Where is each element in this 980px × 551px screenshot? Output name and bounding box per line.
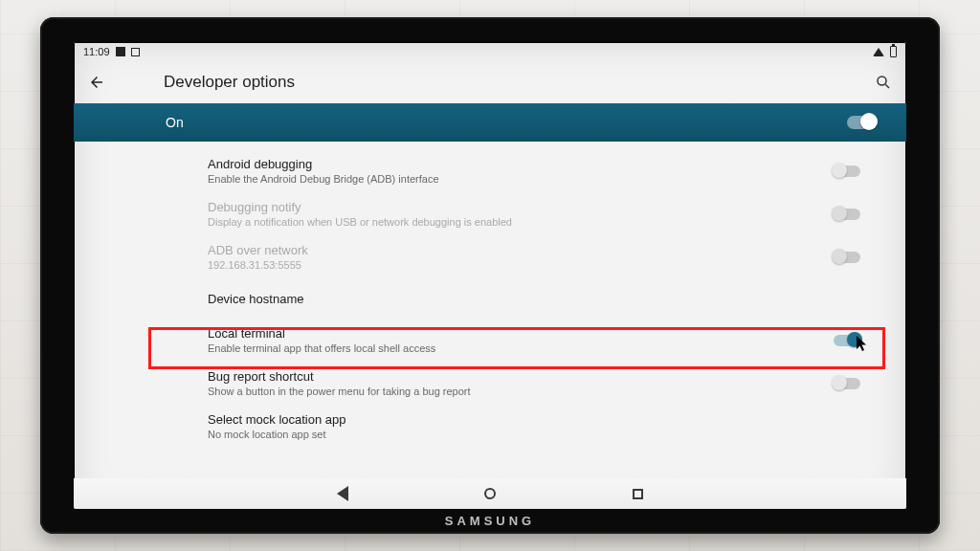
page-title: Developer options [164,73,295,92]
row-title: Local terminal [208,326,834,341]
nav-home-button[interactable] [483,487,497,500]
row-debugging-notify: Debugging notify Display a notification … [74,192,906,235]
row-title: Select mock location app [208,412,860,427]
master-toggle-row[interactable]: On [74,103,906,142]
navigation-bar [74,478,906,509]
row-select-mock-location[interactable]: Select mock location app No mock locatio… [74,405,906,448]
triangle-back-icon [337,486,348,501]
battery-icon [890,46,897,57]
status-icon-alarm [116,47,125,56]
nav-back-button[interactable] [336,487,349,500]
row-subtitle: Show a button in the power menu for taki… [208,386,834,397]
row-subtitle: Enable the Android Debug Bridge (ADB) in… [208,173,834,185]
arrow-left-icon [88,74,105,91]
row-adb-over-network: ADB over network 192.168.31.53:5555 [74,235,906,278]
square-recent-icon [633,489,643,499]
app-bar: Developer options [74,61,906,103]
circle-home-icon [484,488,496,499]
status-bar: 11:09 [74,42,906,61]
row-subtitle: Enable terminal app that offers local sh… [208,342,834,354]
row-title: Device hostname [208,292,860,306]
row-title: Android debugging [208,157,834,171]
svg-line-1 [885,84,889,88]
tv-bezel: 11:09 Developer options [40,17,940,534]
switch-bug-report-shortcut[interactable] [834,378,860,389]
nav-recent-button[interactable] [631,487,644,500]
row-title: Bug report shortcut [208,369,834,384]
row-title: ADB over network [208,243,834,257]
search-button[interactable] [870,69,897,96]
back-button[interactable] [83,69,110,96]
master-toggle-label: On [166,115,847,130]
row-subtitle: Display a notification when USB or netwo… [208,216,834,228]
switch-adb-over-network [834,252,860,263]
master-toggle-switch[interactable] [847,116,876,129]
wifi-icon [873,48,884,56]
android-screen: 11:09 Developer options [74,42,906,509]
photo-frame: 11:09 Developer options [0,0,980,551]
row-subtitle: 192.168.31.53:5555 [208,259,834,271]
row-title: Debugging notify [208,200,834,214]
row-bug-report-shortcut[interactable]: Bug report shortcut Show a button in the… [74,362,906,405]
row-device-hostname[interactable]: Device hostname [74,278,906,319]
row-subtitle: No mock location app set [208,429,860,440]
row-android-debugging[interactable]: Android debugging Enable the Android Deb… [74,149,906,192]
switch-local-terminal[interactable] [834,335,860,346]
status-time: 11:09 [83,46,110,57]
svg-point-0 [878,77,886,85]
row-local-terminal[interactable]: Local terminal Enable terminal app that … [74,319,906,362]
switch-debugging-notify [834,209,860,220]
tv-brand-logo: SAMSUNG [445,514,535,528]
settings-list: Android debugging Enable the Android Deb… [74,142,906,448]
search-icon [875,74,892,91]
status-icon-app [131,48,140,56]
switch-android-debugging[interactable] [834,165,860,177]
